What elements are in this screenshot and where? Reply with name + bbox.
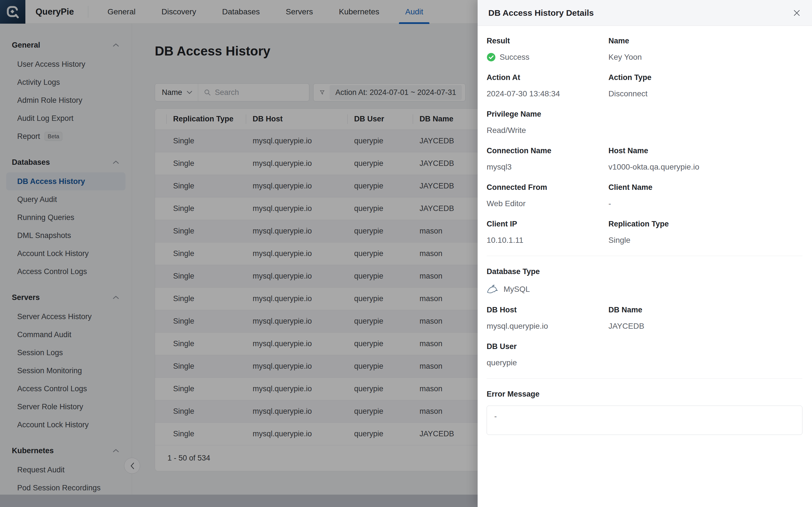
field-host-name: Host Name v1000-okta.qa.querypie.io [608,146,802,172]
privilege-value: Read/Write [487,126,608,135]
field-action-at: Action At 2024-07-30 13:48:34 [487,73,608,99]
host-value: v1000-okta.qa.querypie.io [608,162,802,172]
client-name-value: - [608,199,802,209]
field-client-name: Client Name - [608,182,802,209]
db-user-value: querypie [487,358,608,368]
drawer-body: Result Success Name Key Yoon Action At 2… [477,26,812,507]
connection-value: mysql3 [487,162,608,172]
drawer-header: DB Access History Details [477,0,812,26]
connected-from-value: Web Editor [487,199,608,209]
success-check-icon [487,53,496,62]
db-name-value: JAYCEDB [608,321,802,331]
field-db-name: DB Name JAYCEDB [608,305,802,331]
error-message-value: - [494,412,497,420]
name-value: Key Yoon [608,52,802,62]
client-ip-value: 10.10.1.11 [487,235,608,245]
field-connection-name: Connection Name mysql3 [487,146,608,172]
close-icon [793,9,801,17]
error-message-box: - [487,406,802,435]
details-drawer: DB Access History Details Result Success… [477,0,812,507]
field-error-message: Error Message - [487,389,802,435]
field-connected-from: Connected From Web Editor [487,182,608,209]
result-value: Success [500,52,529,62]
field-replication-type: Replication Type Single [608,219,802,245]
field-client-ip: Client IP 10.10.1.11 [487,219,608,245]
field-action-type: Action Type Disconnect [608,73,802,99]
db-type-value: MySQL [504,284,530,294]
replication-value: Single [608,235,802,245]
field-db-host: DB Host mysql.querypie.io [487,305,608,331]
db-host-value: mysql.querypie.io [487,321,608,331]
close-button[interactable] [790,6,804,20]
field-database-type: Database Type MySQL [487,267,802,295]
mysql-dolphin-icon [487,284,499,294]
field-name: Name Key Yoon [608,36,802,62]
drawer-title: DB Access History Details [488,8,594,18]
field-result: Result Success [487,36,608,62]
divider [487,256,802,256]
action-at-value: 2024-07-30 13:48:34 [487,89,608,99]
field-db-user: DB User querypie [487,342,608,368]
divider [487,378,802,379]
field-privilege-name: Privilege Name Read/Write [487,109,608,135]
action-type-value: Disconnect [608,89,802,99]
